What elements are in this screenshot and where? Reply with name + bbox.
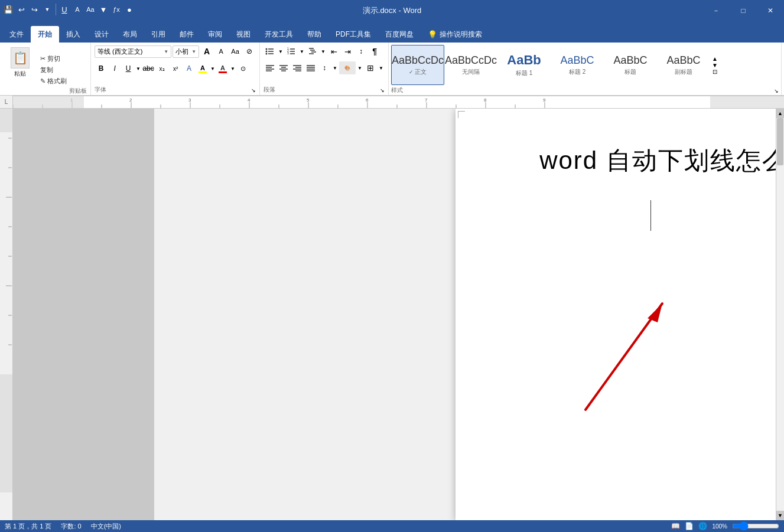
tab-view[interactable]: 视图 (229, 26, 258, 43)
numbered-list-dropdown[interactable]: ▼ (298, 45, 305, 58)
bullet-list-button[interactable] (263, 45, 276, 58)
multilevel-dropdown[interactable]: ▼ (320, 45, 327, 58)
underline-button-qa[interactable]: U (58, 4, 70, 15)
scroll-up-button[interactable]: ▲ (776, 109, 784, 118)
print-layout-button[interactable]: 📄 (685, 522, 694, 530)
style-heading2[interactable]: AaBbC 标题 2 (551, 45, 604, 85)
tab-home[interactable]: 开始 (31, 26, 59, 43)
borders-button[interactable]: ⊞ (364, 61, 377, 74)
format-painter-button[interactable]: ✎ 格式刷 (38, 76, 69, 86)
left-gray-panel (13, 109, 154, 520)
vertical-scrollbar[interactable]: ▲ ▼ (776, 109, 784, 520)
paste-button[interactable]: 📋 粘贴 (6, 45, 34, 80)
copy-button[interactable]: 复制 (38, 65, 69, 75)
bullet-list-dropdown[interactable]: ▼ (277, 45, 284, 58)
style-gallery: AaBbCcDc ✓ 正文 AaBbCcDc 无间隔 AaBb 标题 1 AaB… (391, 45, 779, 85)
font-name-selector[interactable]: 等线 (西文正文) ▼ (95, 45, 171, 58)
tab-review[interactable]: 审阅 (201, 26, 229, 43)
tab-references[interactable]: 引用 (144, 26, 173, 43)
numbered-list-button[interactable]: 1.2.3. (285, 45, 298, 58)
divider (56, 4, 56, 15)
bold-button[interactable]: B (95, 62, 108, 75)
font-size-down-button[interactable]: A (214, 45, 227, 58)
tab-insert[interactable]: 插入 (59, 26, 87, 43)
font-size-qa[interactable]: Aa (84, 4, 96, 15)
align-right-button[interactable] (291, 61, 304, 74)
minimize-button[interactable]: － (702, 0, 730, 21)
show-marks-button[interactable]: ¶ (368, 45, 381, 58)
justify-button[interactable] (304, 61, 317, 74)
multilevel-list-button[interactable] (306, 45, 319, 58)
paragraph-group: ▼ 1.2.3. ▼ ▼ ⇤ ⇥ ↕ ¶ (260, 43, 389, 95)
italic-button[interactable]: I (108, 62, 121, 75)
increase-indent-button[interactable]: ⇥ (341, 45, 354, 58)
shading-dropdown[interactable]: ▼ (356, 61, 363, 74)
highlight-dropdown[interactable]: ▼ (210, 62, 216, 75)
tab-mailings[interactable]: 邮件 (173, 26, 201, 43)
subscript-button[interactable]: x₂ (155, 62, 168, 75)
align-left-button[interactable] (263, 61, 276, 74)
line-spacing-dropdown[interactable]: ▼ (331, 61, 339, 74)
borders-dropdown[interactable]: ▼ (378, 61, 385, 74)
tab-search[interactable]: 💡 操作说明搜索 (421, 26, 489, 43)
font-more-button[interactable]: ⊙ (236, 62, 249, 75)
line-spacing-button[interactable]: ↕ (318, 61, 331, 74)
undo-button[interactable]: ↩ (15, 4, 27, 15)
zoom-slider[interactable] (732, 523, 779, 530)
save-button[interactable]: 💾 (2, 4, 14, 15)
tab-pdf[interactable]: PDF工具集 (328, 26, 378, 43)
font-size-up-button[interactable]: A (200, 45, 213, 58)
tab-developer[interactable]: 开发工具 (258, 26, 300, 43)
style-subtitle[interactable]: AaBbC 副标题 (657, 45, 710, 85)
clear-formatting-button[interactable]: ⊘ (243, 45, 256, 58)
sort-button[interactable]: ↕ (354, 45, 367, 58)
highlight-color-button[interactable]: A (196, 62, 209, 75)
web-layout-button[interactable]: 🌐 (698, 522, 707, 530)
font-format-row: B I U ▼ abc x₂ x² A A ▼ A ▼ ⊙ (95, 62, 256, 75)
align-center-button[interactable] (277, 61, 290, 74)
font-color-qa[interactable]: A (71, 4, 83, 15)
tab-design[interactable]: 设计 (87, 26, 116, 43)
change-case-button[interactable]: Aa (229, 45, 242, 58)
scroll-area[interactable]: word 自动下划线怎么设置 Ih (13, 109, 776, 520)
underline-button[interactable]: U (122, 62, 135, 75)
red-arrow-annotation (562, 286, 698, 422)
styles-scroll-up[interactable]: ▲ ▼ ⊡ (710, 45, 720, 85)
more-btn-qa[interactable]: ● (123, 4, 135, 15)
tab-file[interactable]: 文件 (2, 26, 31, 43)
maximize-button[interactable]: □ (730, 0, 757, 21)
customize-quick-access-button[interactable]: ▼ (41, 4, 53, 15)
document-page[interactable]: word 自动下划线怎么设置 Ih (456, 109, 776, 520)
paragraph-expand[interactable]: ↘ (380, 87, 385, 93)
font-color-button[interactable]: A (216, 62, 229, 75)
tab-baidu[interactable]: 百度网盘 (378, 26, 421, 43)
svg-text:3: 3 (188, 97, 191, 103)
style-title[interactable]: AaBbC 标题 (604, 45, 657, 85)
scroll-down-button[interactable]: ▼ (776, 511, 784, 520)
read-mode-button[interactable]: 📖 (671, 522, 680, 530)
cut-button[interactable]: ✂ 剪切 (38, 54, 69, 64)
tab-layout[interactable]: 布局 (116, 26, 144, 43)
document-title[interactable]: word 自动下划线怎么设置 (503, 144, 776, 177)
decrease-indent-button[interactable]: ⇤ (327, 45, 340, 58)
strikethrough-button[interactable]: abc (142, 62, 155, 75)
style-normal[interactable]: AaBbCcDc ✓ 正文 (391, 45, 444, 85)
style-no-spacing[interactable]: AaBbCcDc 无间隔 (444, 45, 497, 85)
styles-expand[interactable]: ↘ (774, 88, 779, 94)
font-size-selector[interactable]: 小初 ▼ (173, 45, 199, 58)
scroll-thumb[interactable] (777, 118, 783, 165)
font-expand[interactable]: ↘ (251, 87, 256, 93)
shading-button[interactable]: 🎨 (339, 61, 356, 74)
redo-button[interactable]: ↪ (28, 4, 40, 15)
font-color-dropdown[interactable]: ▼ (230, 62, 236, 75)
ruler-toggle[interactable]: L (0, 96, 12, 108)
style-heading1[interactable]: AaBb 标题 1 (497, 45, 551, 85)
font-size-up-qa[interactable]: ▼ (97, 4, 109, 15)
close-button[interactable]: ✕ (757, 0, 784, 21)
tab-help[interactable]: 帮助 (300, 26, 328, 43)
svg-rect-61 (710, 96, 784, 108)
text-effects-button[interactable]: A (183, 62, 196, 75)
underline-dropdown[interactable]: ▼ (135, 62, 141, 75)
superscript-button[interactable]: x² (169, 62, 182, 75)
scroll-track[interactable] (776, 118, 784, 511)
